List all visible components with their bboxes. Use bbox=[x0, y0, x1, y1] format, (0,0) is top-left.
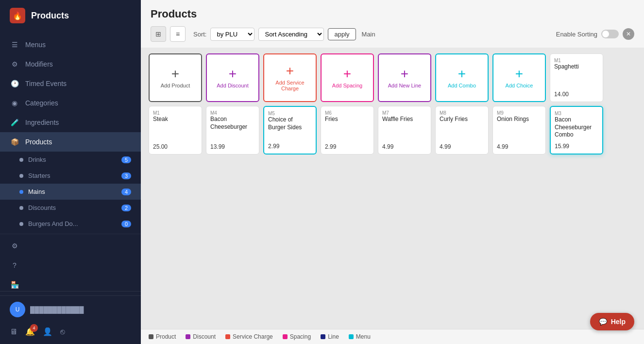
add-new-line-card[interactable]: + Add New Line bbox=[378, 53, 431, 102]
dot-icon bbox=[19, 174, 23, 178]
plus-icon: + bbox=[515, 67, 523, 81]
add-discount-card[interactable]: + Add Discount bbox=[206, 53, 259, 102]
sidebar-item-ingredients[interactable]: 🧪 Ingredients bbox=[0, 113, 141, 132]
legend-product-label: Product bbox=[156, 333, 176, 340]
product-name: Curly Fries bbox=[440, 116, 484, 143]
plus-icon: + bbox=[401, 67, 408, 81]
product-card-m9-onion[interactable]: M9 Onion Rings 4.99 bbox=[492, 106, 546, 155]
product-plu: M9 bbox=[497, 110, 542, 116]
logout-icon[interactable]: ⎋ bbox=[60, 327, 65, 336]
product-card-m1-spaghetti[interactable]: M1 Spaghetti 14.00 bbox=[550, 53, 603, 102]
menus-icon: ☰ bbox=[10, 40, 19, 50]
add-choice-label: Add Choice bbox=[506, 83, 533, 88]
sidebar-item-burgers[interactable]: Burgers And Do... 0 bbox=[0, 216, 141, 232]
sidebar-item-categories[interactable]: ◉ Categories bbox=[0, 93, 141, 113]
product-plu: M1 bbox=[554, 58, 599, 63]
legend-spacing-label: Spacing bbox=[290, 333, 311, 340]
apply-button[interactable]: apply bbox=[328, 28, 356, 40]
help-icon: ? bbox=[10, 260, 19, 270]
spacing-dot bbox=[283, 334, 288, 339]
add-service-charge-card[interactable]: + Add Service Charge bbox=[263, 53, 317, 102]
plus-icon: + bbox=[286, 64, 294, 78]
footer-icons: 🖥 🔔 4 👤 ⎋ bbox=[0, 323, 141, 340]
product-card-m6-fries[interactable]: M6 Fries 2.99 bbox=[321, 106, 374, 155]
product-card-m5-choice[interactable]: M5 Choice of Burger Sides 2.99 bbox=[263, 106, 317, 155]
products-area: + Add Product + Add Discount + Add Servi… bbox=[141, 48, 644, 329]
page-title: Products bbox=[151, 8, 634, 20]
legend: Product Discount Service Charge Spacing … bbox=[141, 329, 644, 344]
product-dot bbox=[149, 334, 153, 339]
help-chat-icon: 💬 bbox=[599, 318, 607, 326]
close-button[interactable]: ✕ bbox=[623, 28, 634, 40]
product-price: 2.99 bbox=[268, 143, 312, 150]
product-card-m3-combo[interactable]: M3 Bacon Cheeseburger Combo 15.99 bbox=[550, 106, 603, 155]
sidebar-item-drinks[interactable]: Drinks 5 bbox=[0, 152, 141, 168]
drinks-badge: 5 bbox=[121, 156, 131, 163]
sidebar-item-products[interactable]: 📦 Products bbox=[0, 132, 141, 152]
sort-label: Sort: bbox=[193, 31, 206, 38]
sidebar-item-modifiers[interactable]: ⚙ Modifiers bbox=[0, 54, 141, 74]
product-plu: M6 bbox=[325, 110, 370, 116]
user-info: U ████████████ bbox=[10, 302, 131, 317]
add-discount-label: Add Discount bbox=[217, 83, 248, 88]
product-card-m7-waffle[interactable]: M7 Waffle Fries 4.99 bbox=[378, 106, 431, 155]
add-spacing-card[interactable]: + Add Spacing bbox=[321, 53, 374, 102]
dot-icon bbox=[19, 206, 23, 210]
legend-line-label: Line bbox=[328, 333, 339, 340]
sidebar-item-discounts[interactable]: Discounts 2 bbox=[0, 200, 141, 216]
product-card-m8-curly[interactable]: M8 Curly Fries 4.99 bbox=[435, 106, 489, 155]
current-tab-label: Main bbox=[362, 31, 375, 38]
sidebar-footer: U ████████████ bbox=[0, 295, 141, 323]
avatar: U bbox=[10, 302, 25, 317]
product-price: 14.00 bbox=[554, 91, 599, 98]
help-button[interactable]: 💬 Help bbox=[590, 313, 634, 330]
sidebar-item-help[interactable]: ? bbox=[0, 256, 141, 275]
line-dot bbox=[321, 334, 325, 339]
bell-icon[interactable]: 🔔 4 bbox=[25, 327, 35, 336]
sub-item-label: Discounts bbox=[28, 204, 117, 211]
sidebar-item-settings[interactable]: ⚙ bbox=[0, 236, 141, 256]
product-price: 4.99 bbox=[497, 143, 542, 150]
sort-order-select[interactable]: Sort Ascending Sort Descending bbox=[258, 28, 324, 41]
sidebar-item-label: Modifiers bbox=[25, 60, 131, 68]
discount-dot bbox=[186, 334, 190, 339]
monitor-icon[interactable]: 🖥 bbox=[10, 327, 17, 336]
sidebar-item-menus[interactable]: ☰ Menus bbox=[0, 35, 141, 54]
settings-icon: ⚙ bbox=[10, 241, 19, 251]
add-product-label: Add Product bbox=[161, 83, 190, 88]
product-card-m4-bacon[interactable]: M4 Bacon Cheeseburger 13.99 bbox=[206, 106, 259, 155]
sort-by-select[interactable]: by PLU by Name by Price bbox=[210, 28, 254, 41]
modifiers-icon: ⚙ bbox=[10, 59, 19, 69]
enable-sorting-control: Enable Sorting ✕ bbox=[556, 28, 634, 40]
mains-badge: 4 bbox=[121, 189, 131, 195]
plus-icon: + bbox=[229, 67, 237, 81]
sidebar-item-store[interactable]: 🏪 bbox=[0, 275, 141, 291]
product-plu: M1 bbox=[153, 110, 198, 116]
toolbar: ⊞ ≡ Sort: by PLU by Name by Price Sort A… bbox=[151, 26, 634, 48]
add-product-card[interactable]: + Add Product bbox=[149, 53, 202, 102]
divider bbox=[0, 234, 141, 234]
add-new-line-label: Add New Line bbox=[388, 83, 422, 88]
product-plu: M8 bbox=[440, 110, 484, 116]
add-combo-card[interactable]: + Add Combo bbox=[435, 53, 489, 102]
enable-sorting-label: Enable Sorting bbox=[556, 31, 597, 38]
store-icon: 🏪 bbox=[10, 280, 19, 290]
timed-events-icon: 🕐 bbox=[10, 79, 19, 88]
dot-icon bbox=[19, 222, 23, 226]
product-name: Waffle Fries bbox=[382, 116, 427, 143]
sorting-toggle[interactable] bbox=[601, 30, 619, 38]
sidebar-logo: 🔥 Products bbox=[0, 0, 141, 31]
sidebar-item-mains[interactable]: Mains 4 bbox=[0, 184, 141, 200]
list-view-button[interactable]: ≡ bbox=[170, 26, 186, 42]
sidebar-item-starters[interactable]: Starters 3 bbox=[0, 168, 141, 184]
grid-view-button[interactable]: ⊞ bbox=[151, 26, 166, 42]
user-icon[interactable]: 👤 bbox=[43, 327, 52, 336]
product-card-m1-steak[interactable]: M1 Steak 25.00 bbox=[149, 106, 202, 155]
legend-menu: Menu bbox=[349, 333, 371, 340]
sidebar-item-timed-events[interactable]: 🕐 Timed Events bbox=[0, 74, 141, 93]
product-plu: M4 bbox=[210, 110, 255, 116]
product-name: Steak bbox=[153, 116, 198, 143]
add-choice-card[interactable]: + Add Choice bbox=[492, 53, 546, 102]
plus-icon: + bbox=[458, 67, 466, 81]
product-name: Spaghetti bbox=[554, 63, 599, 91]
